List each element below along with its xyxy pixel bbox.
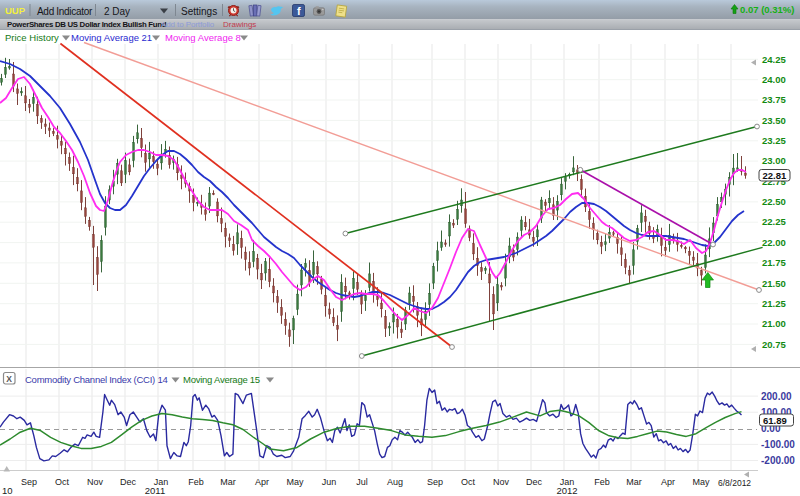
svg-text:Mar: Mar [220,477,236,487]
svg-text:24.00: 24.00 [762,74,786,85]
svg-text:Moving Average 21: Moving Average 21 [71,32,152,43]
svg-text:Commodity Channel Index (CCI): Commodity Channel Index (CCI) 14 [25,374,167,385]
svg-text:Sep: Sep [427,477,443,487]
svg-text:May: May [692,477,710,487]
svg-text:X: X [6,374,12,384]
svg-text:20.75: 20.75 [762,339,786,350]
svg-text:0.07 (0.31%): 0.07 (0.31%) [740,4,794,15]
svg-text:21.50: 21.50 [762,278,786,289]
svg-text:10: 10 [2,485,13,496]
svg-text:Oct: Oct [461,477,476,487]
svg-text:Feb: Feb [188,477,204,487]
svg-text:22.81: 22.81 [763,170,787,181]
svg-text:Jul: Jul [356,477,368,487]
svg-text:Add Indicator: Add Indicator [37,6,93,17]
svg-text:Nov: Nov [87,477,104,487]
svg-text:Moving Average 15: Moving Average 15 [183,374,260,385]
svg-text:Oct: Oct [55,477,70,487]
svg-text:Dec: Dec [120,477,137,487]
svg-text:Apr: Apr [255,477,269,487]
svg-text:23.75: 23.75 [762,94,786,105]
svg-text:21.25: 21.25 [762,298,786,309]
svg-text:Sep: Sep [21,477,37,487]
svg-text:24.25: 24.25 [762,54,786,65]
svg-text:61.89: 61.89 [763,415,787,426]
svg-text:23.25: 23.25 [762,135,786,146]
svg-text:Settings: Settings [181,6,217,17]
svg-text:200.00: 200.00 [761,391,792,402]
svg-text:6/8/2012: 6/8/2012 [718,478,751,488]
svg-text:f: f [297,5,301,17]
svg-text:21.00: 21.00 [762,318,786,329]
svg-text:-100.00: -100.00 [761,439,795,450]
svg-text:23.50: 23.50 [762,115,786,126]
svg-text:Dec: Dec [526,477,543,487]
svg-text:Aug: Aug [387,477,403,487]
svg-text:22.25: 22.25 [762,216,786,227]
svg-text:Jun: Jun [322,477,337,487]
svg-text:Feb: Feb [594,477,610,487]
svg-text:May: May [286,477,304,487]
svg-text:22.50: 22.50 [762,196,786,207]
svg-text:2 Day: 2 Day [104,6,130,17]
svg-text:Drawings: Drawings [223,20,256,29]
svg-text:-200.00: -200.00 [761,455,795,466]
svg-text:Price History: Price History [5,32,59,43]
svg-text:2011: 2011 [145,485,165,496]
svg-text:Add to Portfolio: Add to Portfolio [161,20,215,29]
svg-text:Moving Average 8: Moving Average 8 [165,32,241,43]
svg-text:UUP: UUP [5,5,26,16]
svg-text:2012: 2012 [556,485,577,496]
svg-text:22.00: 22.00 [762,237,786,248]
svg-text:Mar: Mar [626,477,642,487]
svg-text:Apr: Apr [661,477,675,487]
svg-text:21.75: 21.75 [762,257,786,268]
svg-text:Nov: Nov [493,477,510,487]
svg-text:23.00: 23.00 [762,155,786,166]
svg-text:PowerShares DB US Dollar Index: PowerShares DB US Dollar Index Bullish F… [7,20,167,29]
